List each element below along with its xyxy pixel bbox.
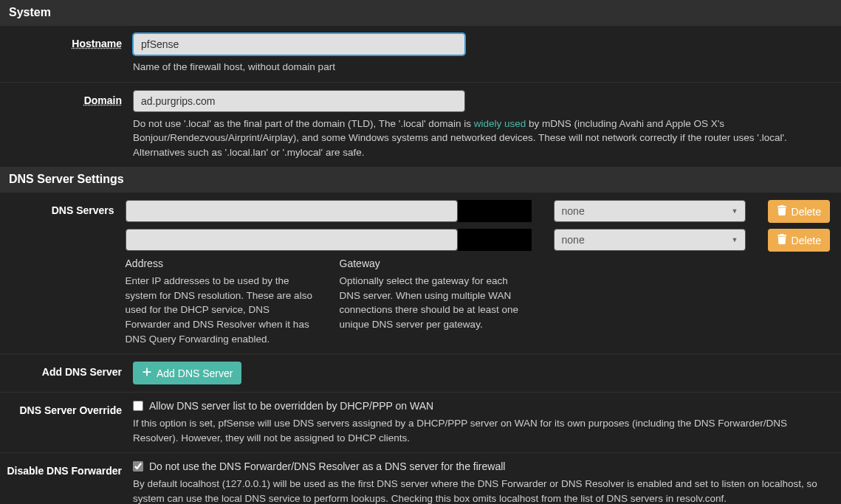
help-domain-pre: Do not use '.local' as the final part of… <box>133 118 474 129</box>
panel-system: System Hostname Name of the firewall hos… <box>0 0 841 167</box>
button-delete-label: Delete <box>792 206 821 218</box>
checkbox-dns-override[interactable] <box>133 401 143 411</box>
input-domain[interactable] <box>133 90 465 112</box>
panel-heading-system: System <box>0 0 841 26</box>
help-address: Enter IP addresses to be used by the sys… <box>126 274 317 346</box>
dns-server-row-1: none Delete <box>126 200 830 223</box>
checkbox-row-disable[interactable]: Do not use the DNS Forwarder/DNS Resolve… <box>133 460 830 472</box>
label-domain: Domain <box>84 94 122 106</box>
panel-dns: DNS Server Settings DNS Servers none Del… <box>0 167 841 504</box>
input-dns-address-2[interactable] <box>126 229 458 251</box>
row-dns-servers: DNS Servers none Delete <box>0 193 841 354</box>
select-dns-gateway-2[interactable]: none <box>554 229 746 251</box>
checkbox-disable-dns-forwarder[interactable] <box>133 461 143 472</box>
help-gateway: Optionally select the gateway for each D… <box>340 274 532 331</box>
checkbox-label-override: Allow DNS server list to be overridden b… <box>149 400 433 412</box>
label-disable-dns-forwarder: Disable DNS Forwarder <box>7 465 122 477</box>
row-hostname: Hostname Name of the firewall host, with… <box>0 26 841 83</box>
label-add-dns: Add DNS Server <box>42 366 122 378</box>
button-add-dns-server[interactable]: Add DNS Server <box>133 362 241 384</box>
help-disable-dns-forwarder: By default localhost (127.0.0.1) will be… <box>133 477 830 504</box>
input-dns-address-1[interactable] <box>126 200 458 222</box>
dns-desc-row: Address Enter IP addresses to be used by… <box>126 258 830 346</box>
dns-server-row-2: none Delete <box>126 229 830 252</box>
label-hostname: Hostname <box>72 38 122 49</box>
button-add-dns-label: Add DNS Server <box>157 367 233 379</box>
row-dns-override: DNS Server Override Allow DNS server lis… <box>0 393 841 453</box>
link-widely-used[interactable]: widely used <box>474 118 526 129</box>
sub-label-address: Address <box>126 258 317 269</box>
label-dns-override: DNS Server Override <box>19 404 122 416</box>
button-delete-dns-2[interactable]: Delete <box>768 229 830 252</box>
row-disable-dns-forwarder: Disable DNS Forwarder Do not use the DNS… <box>0 453 841 504</box>
row-domain: Domain Do not use '.local' as the final … <box>0 83 841 168</box>
button-delete-label: Delete <box>792 235 821 246</box>
panel-heading-dns: DNS Server Settings <box>0 167 841 193</box>
checkbox-label-disable: Do not use the DNS Forwarder/DNS Resolve… <box>149 460 505 472</box>
select-dns-gateway-1[interactable]: none <box>554 200 746 222</box>
help-domain: Do not use '.local' as the final part of… <box>133 117 830 160</box>
checkbox-row-override[interactable]: Allow DNS server list to be overridden b… <box>133 400 830 412</box>
label-dns-servers: DNS Servers <box>52 204 114 216</box>
plus-icon <box>142 367 152 379</box>
input-hostname[interactable] <box>133 33 465 55</box>
row-add-dns: Add DNS Server Add DNS Server <box>0 354 841 393</box>
help-hostname: Name of the firewall host, without domai… <box>133 60 830 75</box>
sub-label-gateway: Gateway <box>340 258 532 269</box>
trash-icon <box>777 234 787 246</box>
help-dns-override: If this option is set, pfSense will use … <box>133 416 830 445</box>
button-delete-dns-1[interactable]: Delete <box>768 200 830 223</box>
trash-icon <box>777 205 787 218</box>
